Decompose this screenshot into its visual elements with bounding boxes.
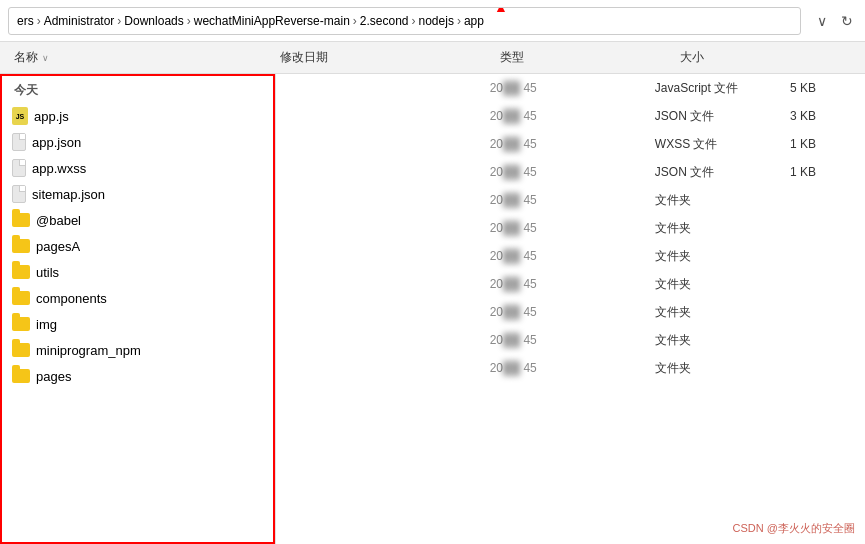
breadcrumb-path[interactable]: ers › Administrator › Downloads › wechat…	[8, 7, 801, 35]
list-item[interactable]: img	[2, 311, 273, 337]
file-type: 文件夹	[655, 332, 790, 349]
file-name: app.wxss	[32, 161, 86, 176]
generic-file-icon	[12, 185, 26, 203]
list-item[interactable]: pagesA	[2, 233, 273, 259]
table-row[interactable]: 20██ 45文件夹	[276, 186, 865, 214]
col-header-size[interactable]: 大小	[680, 49, 780, 66]
file-type: 文件夹	[655, 192, 790, 209]
breadcrumb-segment: wechatMiniAppReverse-main	[194, 14, 350, 28]
separator: ›	[457, 14, 461, 28]
list-item[interactable]: JSapp.js	[2, 103, 273, 129]
address-controls: ∨ ↻	[813, 11, 857, 31]
file-type: WXSS 文件	[655, 136, 790, 153]
breadcrumb-segment: nodejs	[419, 14, 454, 28]
separator: ›	[117, 14, 121, 28]
file-date: 20██ 45	[490, 137, 655, 151]
file-date: 20██ 45	[490, 249, 655, 263]
table-row[interactable]: 20██ 45JavaScript 文件5 KB	[276, 74, 865, 102]
file-name: utils	[36, 265, 59, 280]
folder-icon	[12, 213, 30, 227]
section-today: 今天	[2, 76, 273, 103]
table-row[interactable]: 20██ 45文件夹	[276, 298, 865, 326]
main-content: 今天 JSapp.jsapp.jsonapp.wxsssitemap.json@…	[0, 74, 865, 544]
separator: ›	[37, 14, 41, 28]
separator: ›	[412, 14, 416, 28]
col-header-type[interactable]: 类型	[500, 49, 680, 66]
file-name: pagesA	[36, 239, 80, 254]
file-size: 1 KB	[790, 137, 865, 151]
folder-icon	[12, 265, 30, 279]
breadcrumb-segment: ers	[17, 14, 34, 28]
list-item[interactable]: components	[2, 285, 273, 311]
table-row[interactable]: 20██ 45文件夹	[276, 326, 865, 354]
breadcrumb-segment: 2.second	[360, 14, 409, 28]
file-date: 20██ 45	[490, 361, 655, 375]
folder-icon	[12, 291, 30, 305]
list-item[interactable]: app.wxss	[2, 155, 273, 181]
col-header-date[interactable]: 修改日期	[280, 49, 500, 66]
address-bar: ers › Administrator › Downloads › wechat…	[0, 0, 865, 42]
file-type: 文件夹	[655, 248, 790, 265]
file-date: 20██ 45	[490, 221, 655, 235]
js-file-icon: JS	[12, 107, 28, 125]
watermark: CSDN @李火火的安全圈	[733, 521, 855, 536]
file-date: 20██ 45	[490, 109, 655, 123]
file-size: 5 KB	[790, 81, 865, 95]
table-row[interactable]: 20██ 45WXSS 文件1 KB	[276, 130, 865, 158]
table-row[interactable]: 20██ 45文件夹	[276, 242, 865, 270]
file-name: app.json	[32, 135, 81, 150]
list-item[interactable]: miniprogram_npm	[2, 337, 273, 363]
generic-file-icon	[12, 133, 26, 151]
table-row[interactable]: 20██ 45文件夹	[276, 214, 865, 242]
list-item[interactable]: pages	[2, 363, 273, 389]
sort-arrow-name: ∨	[42, 53, 49, 63]
list-item[interactable]: utils	[2, 259, 273, 285]
file-type: JSON 文件	[655, 164, 790, 181]
file-name: @babel	[36, 213, 81, 228]
file-date: 20██ 45	[490, 193, 655, 207]
right-file-list: 20██ 45JavaScript 文件5 KB20██ 45JSON 文件3 …	[276, 74, 865, 382]
file-name: components	[36, 291, 107, 306]
file-date: 20██ 45	[490, 81, 655, 95]
file-type: 文件夹	[655, 220, 790, 237]
file-type: 文件夹	[655, 360, 790, 377]
generic-file-icon	[12, 159, 26, 177]
col-header-name[interactable]: 名称 ∨	[0, 49, 280, 66]
left-panel: 今天 JSapp.jsapp.jsonapp.wxsssitemap.json@…	[0, 74, 275, 544]
breadcrumb-segment-downloads: Downloads	[124, 14, 183, 28]
table-row[interactable]: 20██ 45JSON 文件1 KB	[276, 158, 865, 186]
file-name: img	[36, 317, 57, 332]
file-name: app.js	[34, 109, 69, 124]
file-date: 20██ 45	[490, 333, 655, 347]
breadcrumb-current: app	[464, 14, 484, 28]
separator: ›	[187, 14, 191, 28]
breadcrumb-segment: Administrator	[44, 14, 115, 28]
column-headers: 名称 ∨ 修改日期 类型 大小	[0, 42, 865, 74]
folder-icon	[12, 317, 30, 331]
refresh-button[interactable]: ↻	[837, 11, 857, 31]
file-date: 20██ 45	[490, 305, 655, 319]
folder-icon	[12, 343, 30, 357]
list-item[interactable]: @babel	[2, 207, 273, 233]
file-name: pages	[36, 369, 71, 384]
folder-icon	[12, 239, 30, 253]
file-size: 3 KB	[790, 109, 865, 123]
folder-icon	[12, 369, 30, 383]
file-name: sitemap.json	[32, 187, 105, 202]
list-item[interactable]: app.json	[2, 129, 273, 155]
table-row[interactable]: 20██ 45JSON 文件3 KB	[276, 102, 865, 130]
expand-button[interactable]: ∨	[813, 11, 831, 31]
right-panel: 20██ 45JavaScript 文件5 KB20██ 45JSON 文件3 …	[275, 74, 865, 544]
table-row[interactable]: 20██ 45文件夹	[276, 354, 865, 382]
left-file-list: JSapp.jsapp.jsonapp.wxsssitemap.json@bab…	[2, 103, 273, 389]
table-row[interactable]: 20██ 45文件夹	[276, 270, 865, 298]
file-size: 1 KB	[790, 165, 865, 179]
file-type: JavaScript 文件	[655, 80, 790, 97]
file-name: miniprogram_npm	[36, 343, 141, 358]
file-date: 20██ 45	[490, 277, 655, 291]
list-item[interactable]: sitemap.json	[2, 181, 273, 207]
file-type: JSON 文件	[655, 108, 790, 125]
file-type: 文件夹	[655, 276, 790, 293]
file-date: 20██ 45	[490, 165, 655, 179]
file-type: 文件夹	[655, 304, 790, 321]
